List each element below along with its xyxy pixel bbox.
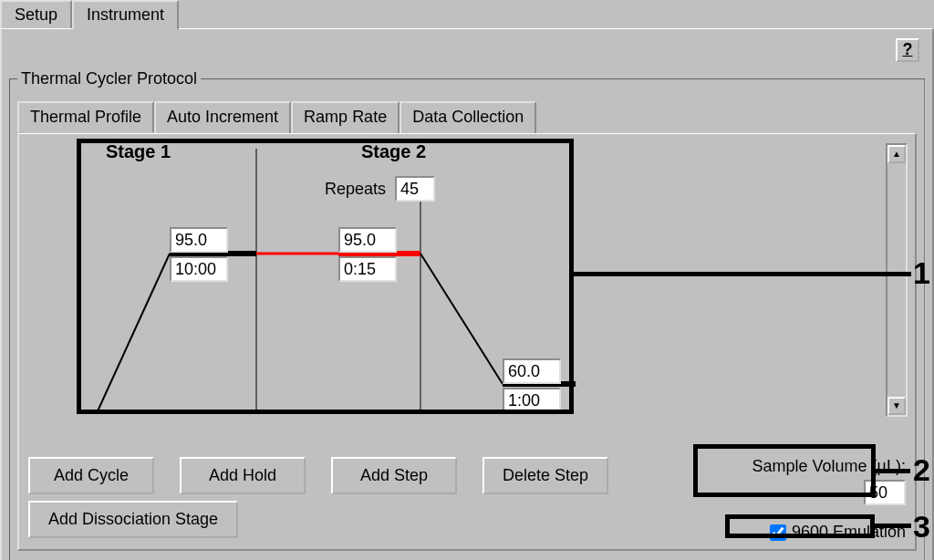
annotation-line-1 <box>574 272 911 276</box>
add-step-button[interactable]: Add Step <box>331 457 457 494</box>
annotation-line-3 <box>875 524 911 528</box>
sample-volume-group: Sample Volume (µL): <box>752 457 906 505</box>
repeats-field[interactable] <box>395 176 435 202</box>
tab-thermal-profile[interactable]: Thermal Profile <box>17 101 154 133</box>
thermal-profile-panel: Stage 1 Stage 2 Repeats ▲ ▼ <box>17 133 917 551</box>
profile-button-row: Add Cycle Add Hold Add Step Delete Step <box>28 457 608 494</box>
help-button[interactable]: ? <box>896 38 919 62</box>
scroll-up-button[interactable]: ▲ <box>887 145 906 163</box>
annotation-number-2: 2 <box>913 452 930 488</box>
protocol-sub-tabs: Thermal Profile Auto Increment Ramp Rate… <box>17 101 917 133</box>
tab-data-collection[interactable]: Data Collection <box>400 101 536 133</box>
tab-auto-increment[interactable]: Auto Increment <box>154 101 291 133</box>
sample-volume-field[interactable] <box>864 480 906 505</box>
stage2-step2-time-field[interactable] <box>503 388 561 413</box>
thermal-profile-plot: Stage 1 Stage 2 Repeats <box>28 140 840 422</box>
stage2-step1-time-field[interactable] <box>338 256 397 282</box>
protocol-legend: Thermal Cycler Protocol <box>17 69 201 88</box>
tab-setup[interactable]: Setup <box>0 0 72 28</box>
repeats-label: Repeats <box>325 180 386 199</box>
tab-ramp-rate[interactable]: Ramp Rate <box>291 101 400 133</box>
annotation-number-1: 1 <box>913 255 930 291</box>
stage1-label: Stage 1 <box>106 141 171 162</box>
stage2-step2-temp-field[interactable] <box>503 358 561 384</box>
stage1-time-field[interactable] <box>170 256 228 282</box>
add-dissociation-stage-button[interactable]: Add Dissociation Stage <box>28 501 238 538</box>
instrument-panel: ? Thermal Cycler Protocol Thermal Profil… <box>0 28 934 560</box>
vertical-scrollbar[interactable]: ▲ ▼ <box>886 143 908 417</box>
add-hold-button[interactable]: Add Hold <box>180 457 306 494</box>
emulation-checkbox[interactable] <box>770 524 786 541</box>
tab-instrument[interactable]: Instrument <box>72 0 179 30</box>
stage2-step1-temp-field[interactable] <box>338 227 397 253</box>
add-cycle-button[interactable]: Add Cycle <box>28 457 154 494</box>
delete-step-button[interactable]: Delete Step <box>483 457 608 494</box>
scroll-down-button[interactable]: ▼ <box>887 397 906 415</box>
svg-line-6 <box>420 254 503 384</box>
annotation-line-2 <box>876 469 910 473</box>
thermal-cycler-protocol-group: Thermal Cycler Protocol Thermal Profile … <box>9 69 925 560</box>
stage1-temp-field[interactable] <box>170 227 228 253</box>
annotation-number-3: 3 <box>913 509 930 544</box>
svg-line-2 <box>97 254 170 413</box>
main-tab-bar: Setup Instrument <box>0 0 934 28</box>
stage2-label: Stage 2 <box>361 141 426 162</box>
